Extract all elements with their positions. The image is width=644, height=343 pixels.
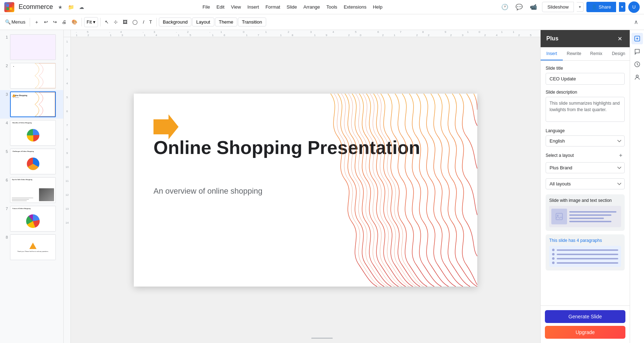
svg-point-8 [636,75,638,77]
slide-thumb-6[interactable]: 6 Tips for Safe Online Shopping [0,176,63,204]
plus-tabs: Insert Rewrite Remix Design [541,48,630,61]
cursor-button[interactable]: ↖ [103,16,111,28]
layout-add-button[interactable]: + [617,151,625,159]
slide-thumb-3[interactable]: 3 Online Shopping An overview... [0,90,63,119]
slide-subtitle[interactable]: An overview of online shopping [153,187,263,196]
language-select[interactable]: English [546,135,625,146]
slide-preview-1 [10,34,56,60]
slide-thumb-5[interactable]: 5 Challenges of Online Shopping [0,147,63,176]
meet-icon[interactable]: 📹 [528,1,539,13]
background-button[interactable]: Background [159,18,191,26]
menu-help[interactable]: Help [370,3,385,11]
slide-title-input[interactable] [546,73,625,85]
tab-design[interactable]: Design [608,48,630,60]
upgrade-button[interactable]: Upgrade [545,326,625,339]
tab-remix[interactable]: Remix [585,48,608,60]
brand-select[interactable]: Plus Brand [546,162,625,173]
plus-panel-toggle-button[interactable] [631,33,643,44]
arrow-shape [153,114,179,139]
slide-thumb-2[interactable]: 2 • [0,61,63,90]
search-menus-button[interactable]: 🔍 Menus [3,16,28,28]
slideshow-dropdown-button[interactable]: ▾ [577,2,584,12]
theme-button[interactable]: Theme [215,18,237,26]
layout-card-image-text[interactable]: Slide with image and text section [546,194,625,231]
slide-preview-2: • [10,63,56,89]
slide-thumb-1[interactable]: 1 [0,33,63,61]
text-line-4 [569,221,611,222]
document-title: Ecommerce [19,3,53,11]
history-icon[interactable]: 🕐 [499,1,511,13]
menu-bar: Ecommerce ★ 📁 ☁ File Edit View Insert Fo… [0,0,644,14]
slide-with-ruler: 1 2 3 4 5 6 7 8 9 10 11 12 13 14 [64,37,540,343]
app-logo[interactable] [4,2,14,12]
menu-slide[interactable]: Slide [284,3,300,11]
slide-num-5: 5 [3,149,8,154]
svg-rect-2 [6,8,9,10]
layout-card-paragraphs[interactable]: This slide has 4 paragraphs [546,234,625,270]
right-mini-panel [630,30,644,343]
para-dot-2 [552,253,555,255]
layout-section-header: Select a layout + [546,151,625,159]
plus-close-button[interactable]: ✕ [615,34,624,43]
redo-button[interactable]: ↪ [51,16,59,28]
para-row-2 [552,253,618,255]
slideshow-button[interactable]: Slideshow [542,2,574,12]
menu-tools[interactable]: Tools [323,3,340,11]
transition-button[interactable]: Transition [238,18,266,26]
image-button[interactable]: 🖼 [121,16,130,28]
slide-num-6: 6 [3,177,8,182]
undo-button[interactable]: ↩ [42,16,50,28]
share-icon: 👤 [591,4,597,10]
menu-view[interactable]: View [228,3,244,11]
tab-rewrite[interactable]: Rewrite [563,48,585,60]
slide-logo [153,114,179,139]
tab-insert[interactable]: Insert [541,48,563,60]
vertical-ruler: 1 2 3 4 5 6 7 8 9 10 11 12 13 14 [64,37,71,343]
slide-canvas[interactable]: Online Shopping Presentation An overview… [134,94,477,287]
main-content: 1 2 • 3 Online Shop [0,30,644,343]
generate-slide-button[interactable]: Generate Slide [545,310,625,323]
toolbar-expand-icon[interactable]: ∧ [631,17,641,27]
menu-edit[interactable]: Edit [214,3,227,11]
share-button[interactable]: 👤 Share [586,2,616,12]
plus-content: Slide title Slide description This slide… [541,61,630,305]
print-button[interactable]: 🖨 [60,16,69,28]
menu-format[interactable]: Format [263,3,283,11]
layout-button[interactable]: Layout [192,18,214,26]
menu-file[interactable]: File [200,3,213,11]
add-slide-button[interactable]: ＋ [32,16,41,28]
slide-preview-6: Tips for Safe Online Shopping [10,177,56,203]
comments-panel-button[interactable] [631,46,643,57]
separator-2 [82,18,82,26]
avatar[interactable]: U [628,1,640,13]
people-panel-button[interactable] [631,71,643,83]
language-label: Language [546,128,625,133]
text-button[interactable]: T [147,16,154,28]
slide-scrollbar [71,338,540,339]
menu-insert[interactable]: Insert [244,3,262,11]
slide-thumb-7[interactable]: 7 Future of Online Shopping [0,204,63,233]
all-layouts-select[interactable]: All layouts [546,178,625,189]
slide-description-input[interactable]: This slide summarizes highlights and low… [546,97,625,122]
shapes-button[interactable]: ◯ [130,16,140,28]
comment-icon[interactable]: 💬 [513,1,525,13]
para-line-3 [557,258,618,259]
text-line-1 [569,211,616,213]
slide-wavy-art [313,94,477,287]
folder-icon[interactable]: 📁 [67,3,75,11]
menu-arrange[interactable]: Arrange [301,3,323,11]
layout-img-icon [551,209,567,224]
slide-thumb-4[interactable]: 4 Benefits of Online Shopping [0,119,63,147]
share-dropdown-button[interactable]: ▾ [619,2,625,12]
select-button[interactable]: ⊹ [112,16,120,28]
line-button[interactable]: / [141,16,146,28]
slide-num-7: 7 [3,206,8,211]
activities-panel-button[interactable] [631,59,643,70]
star-icon[interactable]: ★ [56,3,64,11]
cloud-icon[interactable]: ☁ [77,3,86,11]
zoom-selector[interactable]: Fit ▾ [84,17,98,27]
paint-format-button[interactable]: 🎨 [69,16,79,28]
slide-num-8: 8 [3,234,8,239]
slide-thumb-8[interactable]: 8 Thank you. Please feel free to ask any… [0,233,63,262]
menu-extensions[interactable]: Extensions [341,3,370,11]
